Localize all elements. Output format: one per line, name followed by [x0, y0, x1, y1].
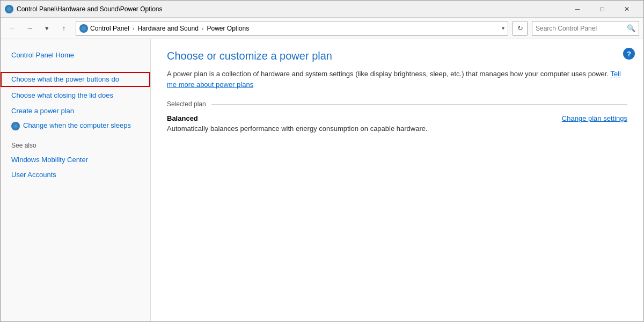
up-button[interactable]: ↑	[56, 21, 71, 36]
up-icon: ↑	[62, 24, 66, 32]
content-description: A power plan is a collection of hardware…	[167, 69, 627, 90]
titlebar-title: Control Panel\Hardware and Sound\Power O…	[17, 5, 565, 13]
breadcrumb-hardware-sound[interactable]: Hardware and Sound	[137, 25, 198, 32]
search-box[interactable]: 🔍	[532, 21, 639, 36]
change-plan-link[interactable]: Change plan settings	[562, 114, 627, 122]
plan-description: Automatically balances performance with …	[167, 125, 428, 133]
breadcrumb-power-options[interactable]: Power Options	[207, 25, 249, 32]
sidebar-item-mobility[interactable]: Windows Mobility Center	[1, 152, 150, 167]
dropdown-icon: ▾	[45, 24, 49, 32]
content-area: ? Choose or customize a power plan A pow…	[151, 39, 643, 322]
navbar: ← → ▾ ↑ Control Panel › Hardware and Sou…	[1, 18, 643, 39]
selected-plan-divider: Selected plan	[167, 100, 627, 108]
plan-info: Balanced Automatically balances performa…	[167, 114, 428, 133]
address-bar-globe-icon	[79, 24, 88, 33]
sidebar: Control Panel Home Choose what the power…	[1, 39, 151, 322]
dropdown-recent-button[interactable]: ▾	[39, 21, 54, 36]
forward-icon: →	[26, 24, 33, 32]
plan-card-balanced: Balanced Automatically balances performa…	[167, 114, 627, 133]
page-title: Choose or customize a power plan	[167, 50, 627, 62]
maximize-button[interactable]: □	[590, 1, 614, 18]
breadcrumb-sep-2: ›	[202, 25, 204, 32]
back-icon: ←	[9, 24, 16, 32]
address-dropdown-icon[interactable]: ▾	[502, 25, 504, 31]
refresh-icon: ↻	[517, 24, 523, 32]
sidebar-item-sleep[interactable]: Change when the computer sleeps	[1, 119, 150, 133]
address-bar[interactable]: Control Panel › Hardware and Sound › Pow…	[76, 21, 508, 36]
sidebar-item-power-buttons[interactable]: Choose what the power buttons do	[1, 72, 150, 87]
close-button[interactable]: ✕	[614, 1, 639, 18]
breadcrumb-sep-1: ›	[133, 25, 135, 32]
titlebar-app-icon	[5, 5, 13, 13]
help-button[interactable]: ?	[623, 48, 635, 60]
search-input[interactable]	[536, 25, 627, 32]
divider-line	[211, 104, 627, 105]
forward-button[interactable]: →	[22, 21, 37, 36]
breadcrumb-control-panel[interactable]: Control Panel	[90, 25, 129, 32]
plan-name: Balanced	[167, 114, 428, 122]
back-button[interactable]: ←	[5, 21, 20, 36]
see-also-label: See also	[1, 133, 150, 152]
sidebar-item-user-accounts[interactable]: User Accounts	[1, 167, 150, 182]
sleep-icon	[11, 122, 20, 130]
titlebar: Control Panel\Hardware and Sound\Power O…	[1, 1, 643, 18]
sidebar-item-home[interactable]: Control Panel Home	[1, 48, 150, 63]
selected-plan-label: Selected plan	[167, 100, 206, 108]
sidebar-sleep-link[interactable]: Change when the computer sleeps	[23, 121, 131, 129]
search-icon: 🔍	[627, 24, 635, 32]
description-text: A power plan is a collection of hardware…	[167, 70, 609, 78]
titlebar-buttons: ─ □ ✕	[565, 1, 639, 18]
main-area: Control Panel Home Choose what the power…	[1, 39, 643, 322]
sidebar-item-lid[interactable]: Choose what closing the lid does	[1, 88, 150, 103]
refresh-button[interactable]: ↻	[513, 21, 528, 36]
sidebar-item-create-plan[interactable]: Create a power plan	[1, 104, 150, 119]
minimize-button[interactable]: ─	[565, 1, 590, 18]
